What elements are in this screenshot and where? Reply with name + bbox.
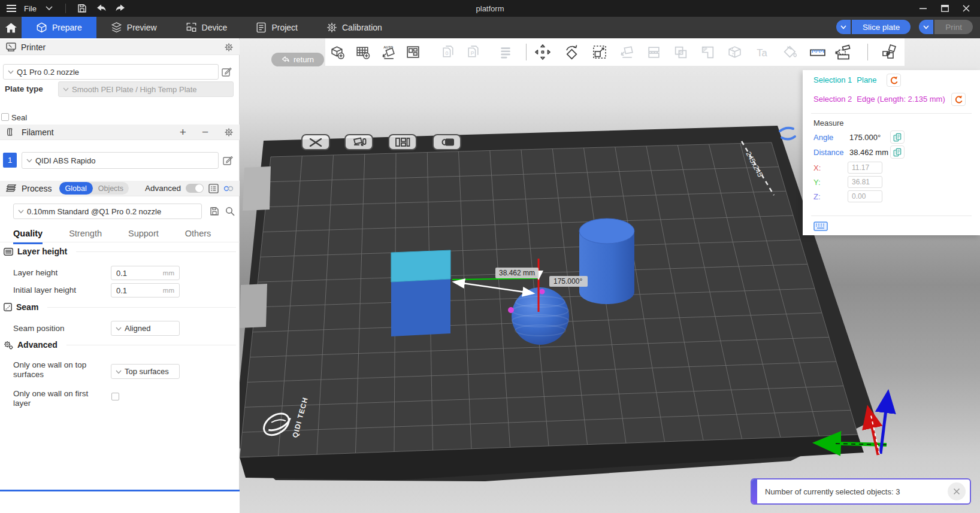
plate-delete-button[interactable] xyxy=(301,134,330,150)
tab-device[interactable]: Device xyxy=(171,17,242,38)
layer-height-input[interactable]: 0.1 mm xyxy=(111,266,180,280)
notification-close-button[interactable] xyxy=(948,482,966,500)
tab-label: Device xyxy=(202,23,228,32)
undo-icon[interactable] xyxy=(95,2,108,15)
filament-settings-gear-icon[interactable] xyxy=(224,128,234,137)
process-preset-select[interactable]: 0.10mm Standard @Q1 Pro 0.2 nozzle xyxy=(13,204,202,219)
edge-marker xyxy=(540,289,545,295)
move-tool-icon[interactable] xyxy=(534,43,552,61)
printer-settings-gear-icon[interactable] xyxy=(224,43,234,52)
layer-height-label: Layer height xyxy=(13,268,58,278)
printer-edit-icon[interactable] xyxy=(222,67,232,77)
filament-edit-icon[interactable] xyxy=(223,156,233,166)
tab-label: Project xyxy=(271,23,298,32)
tab-project[interactable]: Project xyxy=(241,17,312,38)
tab-calibration[interactable]: Calibration xyxy=(312,17,397,38)
plate-arrange-button[interactable] xyxy=(388,134,417,150)
distance-copy-button[interactable] xyxy=(890,145,905,159)
tab-preview[interactable]: Preview xyxy=(96,17,171,38)
printer-preset-value: Q1 Pro 0.2 nozzle xyxy=(17,68,79,77)
add-filament-button[interactable]: + xyxy=(180,126,186,139)
selection2-reset-button[interactable] xyxy=(951,93,966,106)
angle-copy-button[interactable] xyxy=(890,130,905,144)
add-primitive-icon[interactable] xyxy=(328,43,346,61)
divider xyxy=(811,215,972,216)
layer-height-icon xyxy=(4,248,13,256)
plate-type-select[interactable]: Smooth PEI Plate / High Temp Plate xyxy=(58,81,234,97)
scale-tool-icon[interactable] xyxy=(591,43,609,61)
search-preset-icon[interactable] xyxy=(225,207,235,216)
close-button[interactable] xyxy=(960,2,973,15)
plate-orient-button[interactable] xyxy=(344,134,373,150)
process-section-header: Process Global Objects Advanced xyxy=(0,181,240,196)
printer-preset-select[interactable]: Q1 Pro 0.2 nozzle xyxy=(3,64,219,80)
corner-notch-icon[interactable] xyxy=(698,43,716,61)
wall-top-surfaces-select[interactable]: Top surfaces xyxy=(111,364,180,379)
add-plate-icon[interactable] xyxy=(353,43,371,61)
print-dropdown-chevron[interactable] xyxy=(919,20,933,34)
filament-preset-select[interactable]: QIDI ABS Rapido xyxy=(22,152,219,169)
minimize-button[interactable] xyxy=(917,2,930,15)
paint-tool-icon[interactable] xyxy=(782,43,800,61)
model-cylinder[interactable] xyxy=(579,218,634,304)
process-preset-value: 0.10mm Standard @Q1 Pro 0.2 nozzle xyxy=(27,207,161,216)
auto-orient-icon[interactable]: AUTO xyxy=(379,43,397,61)
file-menu[interactable]: File xyxy=(24,4,37,13)
return-button[interactable]: return xyxy=(271,53,324,66)
seal-checkbox[interactable] xyxy=(1,113,9,121)
process-list-icon[interactable] xyxy=(208,184,219,193)
virtual-keyboard-icon[interactable] xyxy=(813,221,828,231)
print-button[interactable]: Print xyxy=(934,20,973,34)
model-cube[interactable] xyxy=(391,250,450,336)
z-axis-input[interactable]: 0.00 xyxy=(848,190,882,202)
selection1-reset-button[interactable] xyxy=(887,74,901,87)
filament-slot-badge[interactable]: 1 xyxy=(3,153,17,168)
calibration-gear-icon xyxy=(326,22,337,33)
assembly-view-icon[interactable] xyxy=(879,43,897,61)
seam-tool-icon[interactable] xyxy=(833,43,851,61)
arrange-icon[interactable] xyxy=(404,43,422,61)
viewport-3d[interactable]: 245x245 QIDI TECH xyxy=(240,38,980,513)
layers-flatten-icon[interactable] xyxy=(496,43,514,61)
cut-tool-icon[interactable] xyxy=(645,43,663,61)
save-preset-icon[interactable] xyxy=(210,207,219,216)
svg-text:Ta: Ta xyxy=(757,47,767,58)
place-on-face-icon[interactable] xyxy=(618,43,636,61)
distance-measure-label: 38.462 mm xyxy=(499,269,535,277)
text-tool-icon[interactable]: Ta xyxy=(754,43,772,61)
advanced-toggle[interactable] xyxy=(186,184,204,193)
hamburger-menu-icon[interactable] xyxy=(5,2,18,15)
seam-position-label: Seam position xyxy=(13,324,65,333)
selection2-label: Selection 2 xyxy=(813,95,852,104)
y-axis-input[interactable]: 36.81 xyxy=(848,176,882,188)
maximize-button[interactable] xyxy=(938,2,951,15)
plate-lock-button[interactable] xyxy=(432,134,461,150)
remove-filament-button[interactable]: − xyxy=(202,126,208,139)
compare-presets-icon[interactable] xyxy=(223,184,234,193)
unit-label: mm xyxy=(163,269,174,277)
redo-icon[interactable] xyxy=(114,2,127,15)
measure-tool-icon[interactable] xyxy=(809,43,827,61)
scope-global[interactable]: Global xyxy=(59,182,93,195)
main-tabbar: Prepare Preview Device Project Calibrati… xyxy=(0,17,980,38)
boolean-tool-icon[interactable] xyxy=(672,43,689,61)
seam-position-select[interactable]: Aligned xyxy=(111,321,180,336)
x-axis-input[interactable]: 11.17 xyxy=(848,162,882,174)
save-icon[interactable] xyxy=(75,2,89,15)
slice-dropdown-chevron[interactable] xyxy=(836,20,851,34)
wall-first-layer-checkbox[interactable] xyxy=(111,393,119,400)
slice-plate-button[interactable]: Slice plate xyxy=(852,20,911,34)
initial-layer-height-input[interactable]: 0.1 mm xyxy=(111,283,180,298)
cube-selected-plane[interactable] xyxy=(391,250,450,282)
tab-prepare[interactable]: Prepare xyxy=(22,17,96,38)
mesh-split-icon[interactable] xyxy=(725,43,743,61)
copy-icon[interactable]: 0 xyxy=(439,43,457,61)
layer-height-group-header: Layer height xyxy=(4,247,236,256)
scope-objects[interactable]: Objects xyxy=(93,184,129,193)
rotate-tool-icon[interactable] xyxy=(562,43,580,61)
process-section-title: Process xyxy=(22,184,52,193)
chevron-down-icon[interactable] xyxy=(43,2,56,15)
paste-icon[interactable]: P xyxy=(464,43,482,61)
home-tab[interactable] xyxy=(0,17,22,38)
plate-type-value: Smooth PEI Plate / High Temp Plate xyxy=(72,85,197,94)
